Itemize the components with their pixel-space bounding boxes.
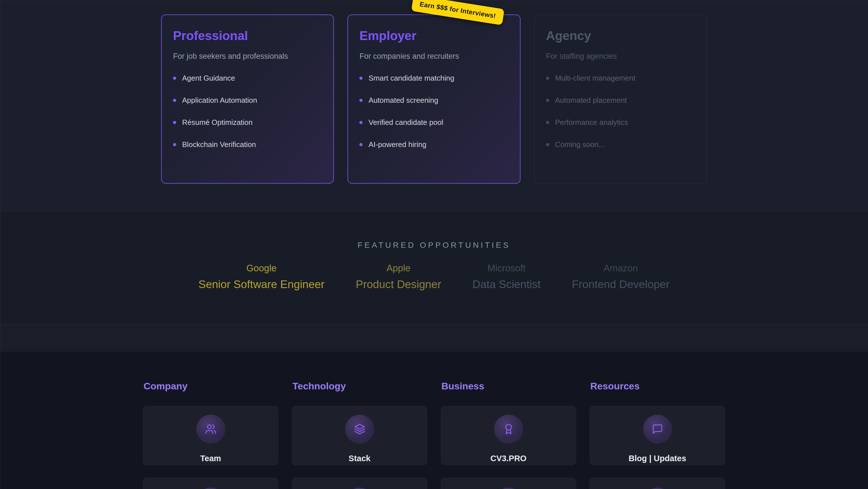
plan-feature: Agent Guidance (173, 74, 322, 83)
footer-card-partial[interactable] (143, 478, 278, 489)
plan-feature: Verified candidate pool (360, 118, 508, 127)
job-title: Product Designer (356, 278, 441, 291)
bullet-dot-icon (546, 121, 549, 124)
icon-circle (345, 415, 374, 443)
footer-card-partial[interactable] (441, 478, 576, 489)
divider-strip (0, 324, 868, 352)
layers-icon (354, 424, 365, 435)
plan-feature: Application Automation (173, 96, 322, 105)
job-company: Microsoft (472, 263, 541, 274)
plan-card-professional[interactable]: Professional For job seekers and profess… (161, 15, 334, 183)
plans-section: Earn $$$ for Interviews! Professional Fo… (0, 0, 868, 211)
footer-card-blog[interactable]: Blog | Updates (590, 406, 725, 465)
icon-circle (196, 415, 225, 443)
plan-feature-list: Multi-client management Automated placem… (546, 74, 695, 149)
bullet-dot-icon (546, 99, 549, 102)
bullet-dot-icon (360, 121, 363, 124)
job-company: Google (198, 263, 324, 274)
job-title: Data Scientist (472, 278, 541, 291)
users-icon (205, 424, 216, 435)
icon-circle (345, 488, 374, 489)
job-company: Amazon (572, 263, 670, 274)
featured-opportunities-heading: FEATURED OPPORTUNITIES (0, 212, 868, 250)
bullet-dot-icon (360, 143, 363, 146)
plan-title: Professional (173, 29, 322, 43)
footer-card-stack[interactable]: Stack (292, 406, 427, 465)
icon-circle (494, 488, 523, 489)
plan-subtitle: For staffing agencies (546, 52, 695, 61)
footer-card-team[interactable]: Team (143, 406, 278, 465)
footer-card-label: CV3.PRO (491, 454, 526, 463)
icon-circle (494, 415, 523, 443)
job-title: Frontend Developer (572, 278, 670, 291)
plans-row: Earn $$$ for Interviews! Professional Fo… (161, 0, 707, 183)
plan-card-agency: Agency For staffing agencies Multi-clien… (534, 15, 707, 183)
job-title: Senior Software Engineer (198, 278, 324, 291)
plan-title: Employer (360, 29, 508, 43)
plan-subtitle: For companies and recruiters (360, 52, 508, 61)
footer-card-label: Team (200, 454, 221, 463)
plan-feature-list: Smart candidate matching Automated scree… (360, 74, 508, 149)
bullet-dot-icon (546, 143, 549, 146)
footer-card-label: Blog | Updates (628, 454, 686, 463)
footer-grid: Company Team Technology Stack (143, 381, 725, 489)
plan-feature: Automated screening (360, 96, 508, 105)
icon-circle (196, 488, 225, 489)
featured-job-amazon[interactable]: Amazon Frontend Developer (572, 263, 670, 291)
featured-job-apple[interactable]: Apple Product Designer (356, 263, 441, 291)
plan-feature: Blockchain Verification (173, 140, 322, 149)
footer-column-business: Business CV3.PRO (441, 381, 576, 489)
plan-feature: Performance analytics (546, 118, 695, 127)
job-company: Apple (356, 263, 441, 274)
footer-heading: Business (441, 381, 576, 392)
featured-jobs-row: Google Senior Software Engineer Apple Pr… (0, 263, 868, 291)
bullet-dot-icon (173, 99, 176, 102)
plan-title: Agency (546, 29, 695, 43)
bullet-dot-icon (546, 77, 549, 80)
footer-card-cv3pro[interactable]: CV3.PRO (441, 406, 576, 465)
plan-feature: Coming soon... (546, 140, 695, 149)
footer-card-label: Stack (349, 454, 370, 463)
bullet-dot-icon (360, 77, 363, 80)
plan-feature: Smart candidate matching (360, 74, 508, 83)
footer-heading: Resources (590, 381, 725, 392)
bullet-dot-icon (173, 121, 176, 124)
footer-column-company: Company Team (143, 381, 278, 489)
bullet-dot-icon (360, 99, 363, 102)
plan-feature: Automated placement (546, 96, 695, 105)
award-icon (503, 424, 514, 435)
footer-heading: Technology (292, 381, 427, 392)
plan-feature: Multi-client management (546, 74, 695, 83)
footer-column-technology: Technology Stack (292, 381, 427, 489)
footer-card-partial[interactable] (590, 478, 725, 489)
footer-heading: Company (144, 381, 278, 392)
bullet-dot-icon (173, 143, 176, 146)
footer-section: Company Team Technology Stack (0, 352, 868, 489)
bullet-dot-icon (173, 77, 176, 80)
plan-card-employer[interactable]: Employer For companies and recruiters Sm… (347, 15, 520, 183)
footer-card-partial[interactable] (292, 478, 427, 489)
plan-subtitle: For job seekers and professionals (173, 52, 322, 61)
featured-job-google[interactable]: Google Senior Software Engineer (198, 263, 324, 291)
message-square-icon (652, 424, 663, 435)
featured-opportunities-section: FEATURED OPPORTUNITIES Google Senior Sof… (0, 211, 868, 324)
plan-feature: AI-powered hiring (360, 140, 508, 149)
icon-circle (643, 415, 672, 443)
footer-column-resources: Resources Blog | Updates (590, 381, 725, 489)
plan-feature: Résumé Optimization (173, 118, 322, 127)
icon-circle (643, 488, 672, 489)
featured-job-microsoft[interactable]: Microsoft Data Scientist (472, 263, 541, 291)
plan-feature-list: Agent Guidance Application Automation Ré… (173, 74, 322, 149)
